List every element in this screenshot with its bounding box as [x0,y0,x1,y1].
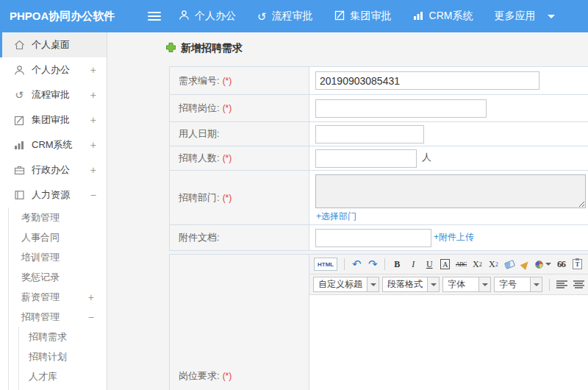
chevron-down-icon [367,277,379,291]
required-mark: (*) [223,76,232,86]
form-row-attachment: 附件文档: +附件上传 [170,225,588,251]
sidebar-item-recruit-demand[interactable]: 招聘需求 [19,327,107,347]
sidebar-item-label: 招聘管理 [21,311,88,324]
nav-more-apps[interactable]: 更多应用 [494,10,535,23]
sidebar-item-group-approval[interactable]: 集团审批 + [0,107,107,132]
person-icon [13,65,25,76]
expand-icon[interactable]: + [90,139,96,151]
topbar: PHPOA协同办公软件 个人办公 ↺ 流程审批 集团审批 CRM系统 更 [0,0,588,32]
format-brush-button[interactable] [519,257,532,272]
form-row-department: 招聘部门:(*) +选择部门 [170,171,588,225]
sidebar-item-hr[interactable]: 人力资源 − [0,182,107,208]
chevron-down-icon[interactable] [548,15,555,18]
rich-text-editor: HTML ↶ ↷ B I U A ABC X2 [309,255,588,390]
expand-icon[interactable]: + [90,114,96,126]
sidebar-item-training[interactable]: 培训管理 [9,247,107,267]
palette-icon [535,260,543,269]
sidebar-item-rewards[interactable]: 奖惩记录 [9,267,107,287]
sidebar-item-label: 奖惩记录 [21,271,94,284]
nav-label: 更多应用 [494,10,535,23]
paragraph-format-select[interactable]: 段落格式 [382,277,440,292]
attachment-input[interactable] [315,229,431,247]
paste-t-label: T [575,260,579,268]
sidebar-item-crm[interactable]: CRM系统 + [0,132,107,157]
process-loop-icon: ↺ [257,11,267,22]
redo-button[interactable]: ↷ [366,257,379,272]
sidebar-item-label: 薪资管理 [21,291,88,304]
position-input[interactable] [315,99,487,118]
align-center-icon[interactable] [573,280,584,289]
editor-content-area[interactable] [309,295,588,390]
eraser-icon [504,259,515,269]
sidebar-item-personal-office[interactable]: 个人办公 + [0,57,107,82]
demand-no-input[interactable] [315,71,539,90]
unit-label: 人 [422,152,431,163]
sidebar-item-salary[interactable]: 薪资管理 + [9,287,107,307]
sidebar-item-label: 人力资源 [32,188,90,202]
sidebar-item-label: 行政办公 [32,163,90,177]
book-icon [13,190,25,200]
html-source-button[interactable]: HTML [314,258,337,271]
headcount-input[interactable] [315,149,417,168]
font-family-select[interactable]: 字体 [442,277,491,292]
nav-group-approval[interactable]: 集团审批 [334,10,392,23]
page-title: 新增招聘需求 [165,42,588,55]
sidebar-item-desktop[interactable]: 个人桌面 [0,32,107,57]
required-mark: (*) [223,193,232,203]
field-label: 附件文档: [179,232,220,243]
underline-button[interactable]: U [423,257,436,272]
font-size-select[interactable]: 字号 [494,277,542,292]
nav-crm-system[interactable]: CRM系统 [413,10,473,23]
form-row-date: 用人日期: [170,122,588,146]
custom-heading-select[interactable]: 自定义标题 [313,277,379,292]
eraser-button[interactable] [503,257,516,272]
undo-button[interactable]: ↶ [350,257,363,272]
paste-text-button[interactable]: T [570,257,584,272]
chevron-down-icon [478,277,490,291]
sidebar-item-recruit-mgmt[interactable]: 招聘管理 − [9,307,107,327]
color-palette-button[interactable] [535,257,551,272]
char-border-button[interactable]: A [440,259,450,269]
toolbar-separator [384,258,385,270]
sidebar-item-label: 人才库 [29,370,57,383]
hr-submenu: 考勤管理 人事合同 培训管理 奖惩记录 薪资管理 + 招聘管理 − 招聘需求 招… [8,208,107,390]
expand-icon[interactable]: + [88,291,94,303]
blockquote-button[interactable]: 66 [554,257,567,272]
sidebar: 个人桌面 个人办公 + ↺ 流程审批 + 集团审批 + CRM系统 + 行政办公… [0,32,107,390]
italic-button[interactable]: I [406,257,420,272]
align-left-icon[interactable] [556,280,567,289]
sidebar-item-label: 培训管理 [21,251,94,264]
subscript-button[interactable]: X2 [487,257,500,272]
sup-base: X [473,259,479,270]
form-row-position: 招聘岗位:(*) [170,95,588,122]
superscript-button[interactable]: X2 [470,257,484,272]
editor-toolbar-row2: 自定义标题 段落格式 字体 字号 [309,274,588,295]
strikethrough-button[interactable]: ABC [454,257,467,272]
nav-label: CRM系统 [429,10,473,23]
collapse-icon[interactable]: − [88,311,94,323]
expand-icon[interactable]: + [90,64,96,76]
sidebar-item-recruit-plan[interactable]: 招聘计划 [19,347,107,366]
recruit-demand-form: 需求编号:(*) 招聘岗位:(*) 用人日期: 招聘人数:(*) [169,66,588,251]
nav-process-approval[interactable]: ↺ 流程审批 [257,10,313,23]
expand-icon[interactable]: + [90,164,96,176]
sidebar-item-hr-contract[interactable]: 人事合同 [9,227,107,247]
department-textarea[interactable] [315,174,586,208]
process-loop-icon: ↺ [13,90,25,100]
main-content: 新增招聘需求 需求编号:(*) 招聘岗位:(*) 用人日期: [107,32,588,390]
hamburger-menu-icon[interactable] [148,10,161,23]
nav-personal-office[interactable]: 个人办公 [179,10,236,23]
field-label: 招聘人数: [179,152,220,163]
hire-date-input[interactable] [315,125,424,143]
collapse-icon[interactable]: − [90,189,96,201]
bold-button[interactable]: B [390,257,404,272]
attachment-upload-link[interactable]: +附件上传 [434,232,474,242]
select-department-link[interactable]: +选择部门 [316,210,356,223]
sidebar-item-admin-office[interactable]: 行政办公 + [0,157,107,182]
sidebar-item-label: CRM系统 [32,138,90,152]
sidebar-item-attendance[interactable]: 考勤管理 [9,208,107,227]
sidebar-item-process-approval[interactable]: ↺ 流程审批 + [0,82,107,107]
expand-icon[interactable]: + [90,89,96,101]
sidebar-item-talent-pool[interactable]: 人才库 [19,366,107,386]
clipboard-icon: T [573,259,582,269]
